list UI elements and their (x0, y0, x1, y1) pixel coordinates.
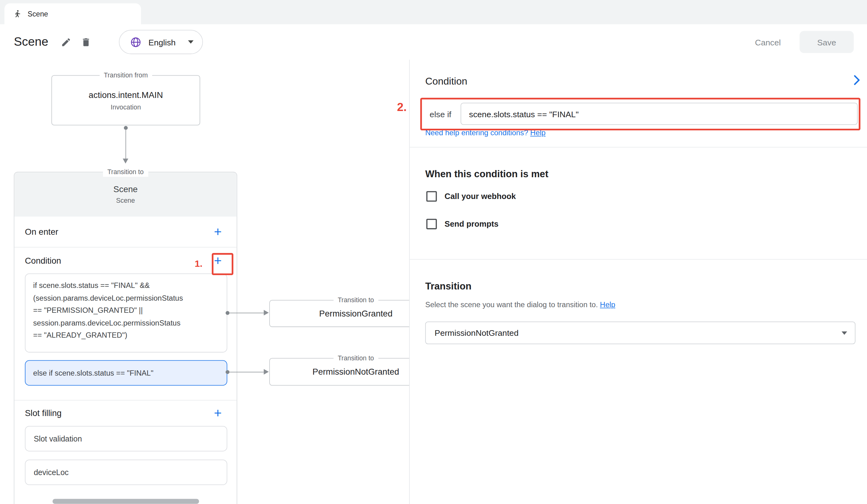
chevron-right-icon (849, 73, 864, 87)
condition-section-label: Condition (25, 255, 61, 265)
panel-divider (410, 259, 867, 260)
slot-deviceloc-card[interactable]: deviceLoc (25, 460, 227, 485)
caret-down-icon (188, 41, 193, 44)
connector-dot (226, 311, 229, 315)
arrow-right-icon (264, 369, 269, 375)
transition-scene-select[interactable]: PermissionNotGranted (425, 321, 855, 344)
condition-help-line: Need help entering conditions? Help (425, 129, 546, 137)
actions-console-scene-editor: Scene Scene English Cancel Save (0, 0, 867, 504)
connector-dot (226, 370, 229, 374)
tab-strip: Scene (0, 0, 867, 24)
cancel-button[interactable]: Cancel (755, 37, 781, 47)
collapse-panel-button[interactable] (848, 71, 865, 89)
panel-divider (410, 147, 867, 148)
actions-runner-icon (13, 9, 21, 18)
intent-type-label: Invocation (111, 103, 141, 111)
scene-node: Transition to Scene Scene On enter + Con… (14, 172, 237, 504)
transition-target-border-label: Transition to (333, 296, 378, 305)
language-value: English (148, 37, 175, 47)
on-enter-label: On enter (25, 227, 58, 237)
slot-validation-card[interactable]: Slot validation (25, 426, 227, 451)
caret-down-icon (842, 331, 847, 335)
scene-node-border-label: Transition to (103, 167, 148, 177)
condition-editor-row: else if (425, 100, 857, 127)
transition-target-border-label: Transition to (333, 353, 378, 363)
condition-detail-panel: Condition else if Need help entering con… (409, 60, 867, 504)
condition-help-link[interactable]: Help (530, 129, 546, 137)
condition-card[interactable]: if scene.slots.status == "FINAL" && (ses… (25, 274, 227, 353)
page-title: Scene (14, 35, 48, 49)
transition-from-border-label: Transition from (99, 70, 152, 80)
condition-help-text: Need help entering conditions? (425, 129, 528, 137)
condition-expression-input[interactable] (461, 102, 857, 125)
transition-target-name: PermissionGranted (319, 308, 393, 318)
transition-help-link[interactable]: Help (600, 301, 615, 309)
connector-line-horizontal (229, 313, 264, 314)
section-on-enter: On enter + (14, 217, 236, 248)
app-bar: Scene English Cancel Save (0, 24, 867, 60)
panel-condition-heading: Condition (425, 76, 467, 87)
section-slot-filling-header: Slot filling + (14, 401, 236, 426)
when-condition-met-heading: When this condition is met (425, 168, 548, 180)
tab-scene[interactable]: Scene (4, 3, 141, 24)
section-condition-header: Condition + (14, 248, 236, 274)
pencil-icon (61, 37, 71, 47)
edit-scene-name-button[interactable] (56, 32, 76, 52)
connector-line-horizontal (229, 372, 264, 372)
transition-description-text: Select the scene you want the dialog to … (425, 301, 598, 309)
scene-node-title: Scene (113, 184, 138, 194)
add-condition-button[interactable]: + (208, 251, 228, 271)
arrow-right-icon (264, 310, 269, 316)
main-content: Transition from actions.intent.MAIN Invo… (0, 60, 867, 504)
call-webhook-checkbox[interactable] (426, 191, 437, 201)
tab-label: Scene (28, 10, 48, 18)
transition-description: Select the scene you want the dialog to … (425, 301, 615, 309)
add-on-enter-button[interactable]: + (208, 222, 228, 242)
trash-icon (81, 37, 91, 47)
call-webhook-label: Call your webhook (445, 192, 516, 200)
save-button[interactable]: Save (800, 31, 854, 53)
transition-scene-value: PermissionNotGranted (435, 328, 519, 337)
arrow-down-icon (122, 158, 128, 164)
add-slot-button[interactable]: + (208, 403, 228, 423)
connector-line-vertical (125, 130, 126, 158)
language-selector[interactable]: English (119, 30, 203, 54)
scene-node-header[interactable]: Scene Scene (14, 172, 236, 216)
connector-dot (124, 126, 128, 130)
call-webhook-option[interactable]: Call your webhook (426, 190, 516, 202)
slot-filling-label: Slot filling (25, 408, 62, 418)
send-prompts-option[interactable]: Send prompts (426, 218, 499, 230)
send-prompts-checkbox[interactable] (426, 219, 437, 229)
send-prompts-label: Send prompts (445, 219, 499, 228)
delete-scene-button[interactable] (76, 32, 96, 52)
transition-target-name: PermissionNotGranted (312, 367, 399, 377)
transition-from-node[interactable]: Transition from actions.intent.MAIN Invo… (51, 75, 200, 125)
transition-heading: Transition (425, 281, 471, 292)
condition-card-selected[interactable]: else if scene.slots.status == "FINAL" (25, 360, 227, 386)
scene-node-subtitle: Scene (116, 197, 135, 205)
intent-name: actions.intent.MAIN (89, 90, 163, 100)
else-if-label: else if (430, 109, 451, 119)
globe-icon (130, 36, 142, 47)
horizontal-scrollbar-thumb[interactable] (53, 499, 199, 504)
